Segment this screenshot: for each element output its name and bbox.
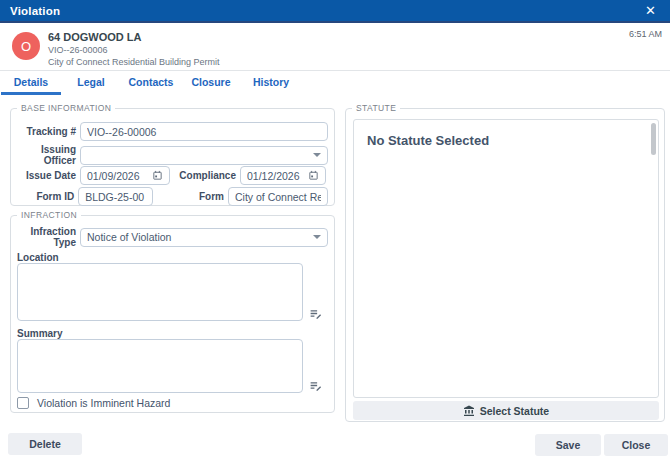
violation-dialog: Violation ✕ O 64 DOGWOOD LA VIO--26-0000… [0,0,670,458]
imminent-hazard-label: Violation is Imminent Hazard [37,397,170,409]
avatar: O [12,32,40,60]
tab-legal[interactable]: Legal [61,71,121,95]
issuing-officer-label: Issuing Officer [19,144,76,166]
tab-bar: Details Legal Contacts Closure History [1,71,301,95]
form-id-input[interactable] [85,189,146,204]
edit-note-icon[interactable] [309,378,322,396]
compliance-date-input[interactable] [247,168,304,183]
infraction-type-select[interactable] [80,228,328,247]
timestamp: 6:51 AM [629,29,662,39]
tab-closure[interactable]: Closure [181,71,241,95]
close-icon[interactable]: ✕ [641,2,660,19]
statute-legend: STATUTE [352,103,400,113]
compliance-label: Compliance [175,170,236,181]
tracking-number-input[interactable] [87,124,321,139]
chevron-down-icon [313,153,321,157]
tab-contacts[interactable]: Contacts [121,71,181,95]
base-information-section: BASE INFORMATION Tracking # Issuing Offi… [10,108,335,206]
form-label: Form [158,191,224,202]
chevron-down-icon [313,235,321,239]
form-input[interactable] [235,189,321,204]
imminent-hazard-checkbox[interactable] [17,397,29,409]
tracking-number-label: Tracking # [19,126,76,137]
statute-section: STATUTE No Statute Selected Select Statu… [345,108,665,422]
location-textarea[interactable] [17,263,303,321]
location-label: Location [17,252,59,263]
issue-date-label: Issue Date [19,170,76,181]
issuing-officer-input[interactable] [87,148,309,163]
record-case-number: VIO--26-00006 [48,45,220,55]
record-summary: 64 DOGWOOD LA VIO--26-00006 City of Conn… [48,31,220,69]
calendar-icon[interactable] [152,170,163,181]
form-field[interactable] [228,187,328,206]
delete-button[interactable]: Delete [8,433,82,455]
tab-history[interactable]: History [241,71,301,95]
dialog-title: Violation [10,5,60,17]
tab-details[interactable]: Details [1,71,61,95]
tracking-number-field[interactable] [80,122,328,141]
form-id-label: Form ID [19,191,74,202]
infraction-type-input[interactable] [87,230,309,245]
scrollbar-thumb[interactable] [651,123,656,155]
infraction-type-label: Infraction Type [19,226,76,248]
issue-date-input[interactable] [87,168,148,183]
infraction-legend: INFRACTION [17,210,81,220]
base-information-legend: BASE INFORMATION [17,103,115,113]
issue-date-field[interactable] [80,166,170,185]
summary-textarea[interactable] [17,339,303,393]
dialog-titlebar: Violation ✕ [0,0,670,23]
record-header: O 64 DOGWOOD LA VIO--26-00006 City of Co… [0,25,670,71]
infraction-section: INFRACTION Infraction Type Location Summ… [10,215,335,413]
close-button[interactable]: Close [604,434,668,456]
compliance-date-field[interactable] [240,166,326,185]
issuing-officer-select[interactable] [80,146,328,165]
calendar-icon[interactable] [308,170,319,181]
select-statute-label: Select Statute [480,405,549,417]
imminent-hazard-row: Violation is Imminent Hazard [17,397,170,409]
form-id-field[interactable] [78,187,153,206]
edit-note-icon[interactable] [309,306,322,324]
statute-empty-message: No Statute Selected [367,133,489,148]
select-statute-button[interactable]: Select Statute [353,401,659,420]
summary-label: Summary [17,328,63,339]
bank-icon [463,405,475,417]
record-address: 64 DOGWOOD LA [48,31,220,43]
record-permit-type: City of Connect Residential Building Per… [48,57,220,67]
save-button[interactable]: Save [535,434,601,456]
statute-list-panel: No Statute Selected [353,119,659,398]
